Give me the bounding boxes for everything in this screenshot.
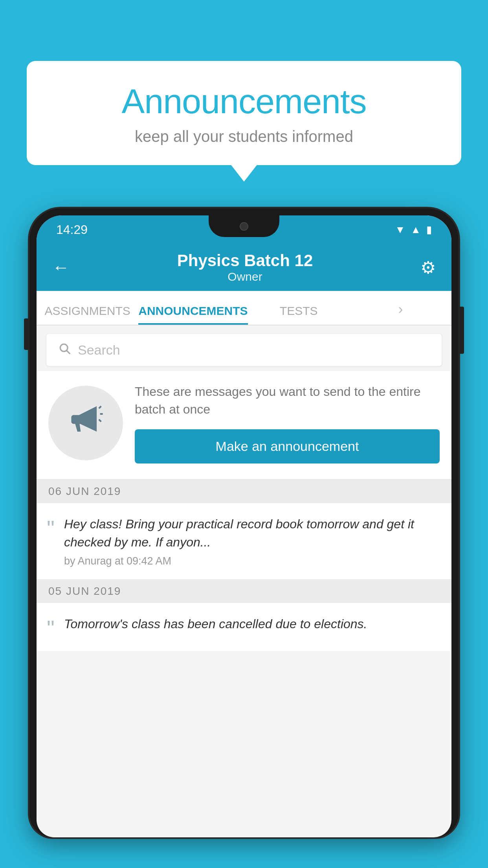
phone-mockup: 14:29 ▼ ▲ ▮ ← Physics Batch 12 Owner ⚙ bbox=[29, 208, 459, 868]
announcement-item-2[interactable]: " Tomorrow's class has been cancelled du… bbox=[37, 603, 451, 651]
speech-bubble-subtitle: keep all your students informed bbox=[50, 128, 438, 145]
announcement-text-2: Tomorrow's class has been cancelled due … bbox=[64, 615, 440, 633]
announcement-content-1: Hey class! Bring your practical record b… bbox=[64, 515, 440, 568]
tab-assignments[interactable]: ASSIGNMENTS bbox=[37, 304, 138, 325]
search-placeholder: Search bbox=[78, 342, 120, 358]
announcement-item-1[interactable]: " Hey class! Bring your practical record… bbox=[37, 503, 451, 580]
quote-icon-1: " bbox=[47, 517, 55, 539]
make-announcement-button[interactable]: Make an announcement bbox=[135, 429, 440, 463]
tab-more[interactable]: › bbox=[350, 301, 451, 325]
svg-line-2 bbox=[99, 406, 101, 408]
promo-icon-circle bbox=[48, 386, 123, 460]
promo-description: These are messages you want to send to t… bbox=[135, 383, 440, 418]
app-bar-title: Physics Batch 12 bbox=[177, 251, 313, 270]
speech-bubble-title: Announcements bbox=[50, 83, 438, 121]
tab-tests[interactable]: TESTS bbox=[248, 304, 350, 325]
wifi-icon: ▼ bbox=[395, 224, 405, 236]
gear-icon[interactable]: ⚙ bbox=[420, 257, 436, 278]
speech-bubble-card: Announcements keep all your students inf… bbox=[27, 61, 461, 165]
announcement-text-1: Hey class! Bring your practical record b… bbox=[64, 515, 440, 552]
phone-screen: 14:29 ▼ ▲ ▮ ← Physics Batch 12 Owner ⚙ bbox=[37, 215, 451, 837]
tab-announcements[interactable]: ANNOUNCEMENTS bbox=[138, 304, 248, 325]
tabs-bar: ASSIGNMENTS ANNOUNCEMENTS TESTS › bbox=[37, 291, 451, 326]
app-bar-subtitle: Owner bbox=[177, 270, 313, 283]
battery-icon: ▮ bbox=[426, 224, 432, 236]
status-icons: ▼ ▲ ▮ bbox=[395, 224, 432, 236]
app-bar: ← Physics Batch 12 Owner ⚙ bbox=[37, 244, 451, 291]
phone-outer: 14:29 ▼ ▲ ▮ ← Physics Batch 12 Owner ⚙ bbox=[29, 208, 459, 837]
status-time: 14:29 bbox=[56, 223, 88, 237]
promo-right: These are messages you want to send to t… bbox=[135, 383, 440, 463]
app-bar-center: Physics Batch 12 Owner bbox=[177, 251, 313, 283]
svg-line-4 bbox=[99, 419, 101, 422]
notch bbox=[209, 215, 279, 237]
svg-line-1 bbox=[67, 351, 70, 353]
megaphone-icon bbox=[68, 402, 103, 445]
signal-icon: ▲ bbox=[411, 224, 421, 236]
status-bar: 14:29 ▼ ▲ ▮ bbox=[37, 215, 451, 244]
announcement-meta-1: by Anurag at 09:42 AM bbox=[64, 555, 440, 567]
search-bar[interactable]: Search bbox=[46, 333, 442, 366]
promo-section: These are messages you want to send to t… bbox=[37, 371, 451, 480]
camera-dot bbox=[240, 222, 248, 231]
back-button[interactable]: ← bbox=[52, 257, 70, 277]
date-separator-1: 06 JUN 2019 bbox=[37, 480, 451, 503]
quote-icon-2: " bbox=[47, 617, 55, 639]
search-icon bbox=[58, 342, 71, 358]
announcement-content-2: Tomorrow's class has been cancelled due … bbox=[64, 615, 440, 633]
date-separator-2: 05 JUN 2019 bbox=[37, 579, 451, 603]
speech-bubble-section: Announcements keep all your students inf… bbox=[27, 61, 461, 165]
